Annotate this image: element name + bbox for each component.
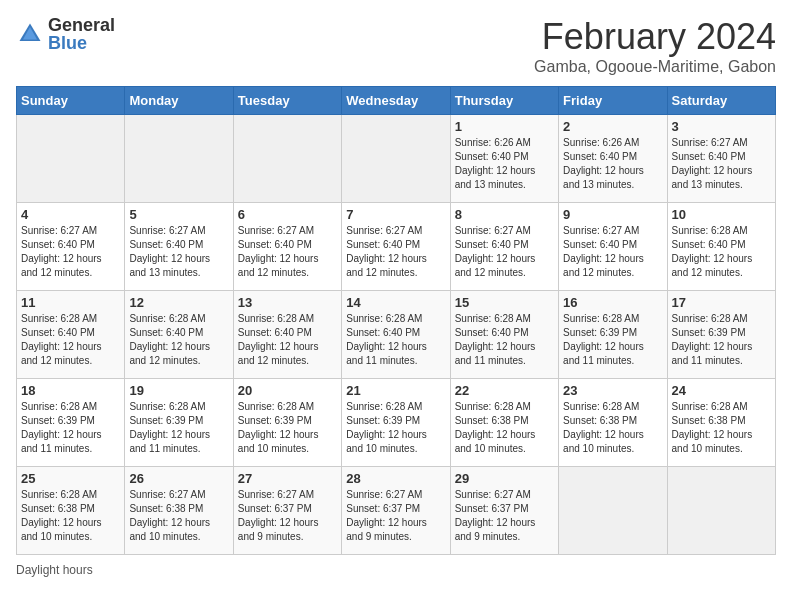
day-info: Sunrise: 6:28 AM Sunset: 6:39 PM Dayligh… (563, 312, 662, 368)
day-info: Sunrise: 6:27 AM Sunset: 6:40 PM Dayligh… (21, 224, 120, 280)
header-day-monday: Monday (125, 87, 233, 115)
calendar-header: SundayMondayTuesdayWednesdayThursdayFrid… (17, 87, 776, 115)
calendar-cell (559, 467, 667, 555)
day-number: 10 (672, 207, 771, 222)
day-info: Sunrise: 6:27 AM Sunset: 6:40 PM Dayligh… (563, 224, 662, 280)
calendar-cell: 17Sunrise: 6:28 AM Sunset: 6:39 PM Dayli… (667, 291, 775, 379)
calendar-cell: 29Sunrise: 6:27 AM Sunset: 6:37 PM Dayli… (450, 467, 558, 555)
calendar-cell: 7Sunrise: 6:27 AM Sunset: 6:40 PM Daylig… (342, 203, 450, 291)
day-info: Sunrise: 6:28 AM Sunset: 6:38 PM Dayligh… (563, 400, 662, 456)
footer-note: Daylight hours (16, 563, 776, 577)
calendar-cell (17, 115, 125, 203)
header-day-saturday: Saturday (667, 87, 775, 115)
calendar-cell: 25Sunrise: 6:28 AM Sunset: 6:38 PM Dayli… (17, 467, 125, 555)
page-title: February 2024 (534, 16, 776, 58)
calendar-cell: 6Sunrise: 6:27 AM Sunset: 6:40 PM Daylig… (233, 203, 341, 291)
calendar-cell: 14Sunrise: 6:28 AM Sunset: 6:40 PM Dayli… (342, 291, 450, 379)
calendar-cell (667, 467, 775, 555)
calendar-cell: 27Sunrise: 6:27 AM Sunset: 6:37 PM Dayli… (233, 467, 341, 555)
day-info: Sunrise: 6:27 AM Sunset: 6:40 PM Dayligh… (129, 224, 228, 280)
day-info: Sunrise: 6:28 AM Sunset: 6:40 PM Dayligh… (346, 312, 445, 368)
day-info: Sunrise: 6:27 AM Sunset: 6:40 PM Dayligh… (672, 136, 771, 192)
day-info: Sunrise: 6:28 AM Sunset: 6:39 PM Dayligh… (129, 400, 228, 456)
header-day-tuesday: Tuesday (233, 87, 341, 115)
calendar-cell: 28Sunrise: 6:27 AM Sunset: 6:37 PM Dayli… (342, 467, 450, 555)
day-number: 8 (455, 207, 554, 222)
calendar-body: 1Sunrise: 6:26 AM Sunset: 6:40 PM Daylig… (17, 115, 776, 555)
day-number: 14 (346, 295, 445, 310)
day-info: Sunrise: 6:28 AM Sunset: 6:39 PM Dayligh… (238, 400, 337, 456)
day-info: Sunrise: 6:27 AM Sunset: 6:40 PM Dayligh… (346, 224, 445, 280)
day-info: Sunrise: 6:27 AM Sunset: 6:38 PM Dayligh… (129, 488, 228, 544)
day-info: Sunrise: 6:26 AM Sunset: 6:40 PM Dayligh… (563, 136, 662, 192)
calendar-cell: 2Sunrise: 6:26 AM Sunset: 6:40 PM Daylig… (559, 115, 667, 203)
calendar-cell: 1Sunrise: 6:26 AM Sunset: 6:40 PM Daylig… (450, 115, 558, 203)
calendar-cell: 18Sunrise: 6:28 AM Sunset: 6:39 PM Dayli… (17, 379, 125, 467)
day-number: 23 (563, 383, 662, 398)
day-info: Sunrise: 6:28 AM Sunset: 6:38 PM Dayligh… (672, 400, 771, 456)
calendar-cell: 5Sunrise: 6:27 AM Sunset: 6:40 PM Daylig… (125, 203, 233, 291)
calendar-cell: 13Sunrise: 6:28 AM Sunset: 6:40 PM Dayli… (233, 291, 341, 379)
calendar-cell: 15Sunrise: 6:28 AM Sunset: 6:40 PM Dayli… (450, 291, 558, 379)
day-number: 13 (238, 295, 337, 310)
day-info: Sunrise: 6:27 AM Sunset: 6:40 PM Dayligh… (455, 224, 554, 280)
day-number: 29 (455, 471, 554, 486)
calendar-cell (342, 115, 450, 203)
calendar-cell: 23Sunrise: 6:28 AM Sunset: 6:38 PM Dayli… (559, 379, 667, 467)
day-info: Sunrise: 6:27 AM Sunset: 6:37 PM Dayligh… (346, 488, 445, 544)
day-info: Sunrise: 6:28 AM Sunset: 6:39 PM Dayligh… (346, 400, 445, 456)
day-number: 1 (455, 119, 554, 134)
header-row: SundayMondayTuesdayWednesdayThursdayFrid… (17, 87, 776, 115)
day-info: Sunrise: 6:27 AM Sunset: 6:40 PM Dayligh… (238, 224, 337, 280)
day-info: Sunrise: 6:28 AM Sunset: 6:40 PM Dayligh… (238, 312, 337, 368)
week-row-4: 25Sunrise: 6:28 AM Sunset: 6:38 PM Dayli… (17, 467, 776, 555)
day-number: 11 (21, 295, 120, 310)
day-number: 22 (455, 383, 554, 398)
day-number: 6 (238, 207, 337, 222)
day-info: Sunrise: 6:28 AM Sunset: 6:38 PM Dayligh… (455, 400, 554, 456)
day-number: 27 (238, 471, 337, 486)
day-info: Sunrise: 6:28 AM Sunset: 6:40 PM Dayligh… (455, 312, 554, 368)
week-row-3: 18Sunrise: 6:28 AM Sunset: 6:39 PM Dayli… (17, 379, 776, 467)
day-number: 21 (346, 383, 445, 398)
day-number: 20 (238, 383, 337, 398)
week-row-2: 11Sunrise: 6:28 AM Sunset: 6:40 PM Dayli… (17, 291, 776, 379)
day-number: 9 (563, 207, 662, 222)
day-info: Sunrise: 6:28 AM Sunset: 6:39 PM Dayligh… (672, 312, 771, 368)
day-number: 5 (129, 207, 228, 222)
day-info: Sunrise: 6:28 AM Sunset: 6:38 PM Dayligh… (21, 488, 120, 544)
calendar-cell: 11Sunrise: 6:28 AM Sunset: 6:40 PM Dayli… (17, 291, 125, 379)
day-info: Sunrise: 6:27 AM Sunset: 6:37 PM Dayligh… (455, 488, 554, 544)
calendar-cell: 9Sunrise: 6:27 AM Sunset: 6:40 PM Daylig… (559, 203, 667, 291)
day-info: Sunrise: 6:28 AM Sunset: 6:40 PM Dayligh… (21, 312, 120, 368)
day-number: 3 (672, 119, 771, 134)
calendar-cell (125, 115, 233, 203)
logo-text: General Blue (48, 16, 115, 52)
day-number: 17 (672, 295, 771, 310)
calendar-cell: 19Sunrise: 6:28 AM Sunset: 6:39 PM Dayli… (125, 379, 233, 467)
header-day-sunday: Sunday (17, 87, 125, 115)
day-number: 19 (129, 383, 228, 398)
day-info: Sunrise: 6:28 AM Sunset: 6:40 PM Dayligh… (672, 224, 771, 280)
week-row-0: 1Sunrise: 6:26 AM Sunset: 6:40 PM Daylig… (17, 115, 776, 203)
day-info: Sunrise: 6:27 AM Sunset: 6:37 PM Dayligh… (238, 488, 337, 544)
day-number: 4 (21, 207, 120, 222)
header-day-friday: Friday (559, 87, 667, 115)
day-number: 25 (21, 471, 120, 486)
calendar-cell (233, 115, 341, 203)
day-info: Sunrise: 6:26 AM Sunset: 6:40 PM Dayligh… (455, 136, 554, 192)
calendar-cell: 4Sunrise: 6:27 AM Sunset: 6:40 PM Daylig… (17, 203, 125, 291)
calendar-cell: 3Sunrise: 6:27 AM Sunset: 6:40 PM Daylig… (667, 115, 775, 203)
day-number: 26 (129, 471, 228, 486)
day-number: 16 (563, 295, 662, 310)
calendar-cell: 26Sunrise: 6:27 AM Sunset: 6:38 PM Dayli… (125, 467, 233, 555)
logo: General Blue (16, 16, 115, 52)
day-number: 24 (672, 383, 771, 398)
calendar-cell: 10Sunrise: 6:28 AM Sunset: 6:40 PM Dayli… (667, 203, 775, 291)
logo-general-text: General (48, 16, 115, 34)
calendar-cell: 12Sunrise: 6:28 AM Sunset: 6:40 PM Dayli… (125, 291, 233, 379)
page-subtitle: Gamba, Ogooue-Maritime, Gabon (534, 58, 776, 76)
calendar-cell: 8Sunrise: 6:27 AM Sunset: 6:40 PM Daylig… (450, 203, 558, 291)
calendar-cell: 22Sunrise: 6:28 AM Sunset: 6:38 PM Dayli… (450, 379, 558, 467)
day-number: 28 (346, 471, 445, 486)
